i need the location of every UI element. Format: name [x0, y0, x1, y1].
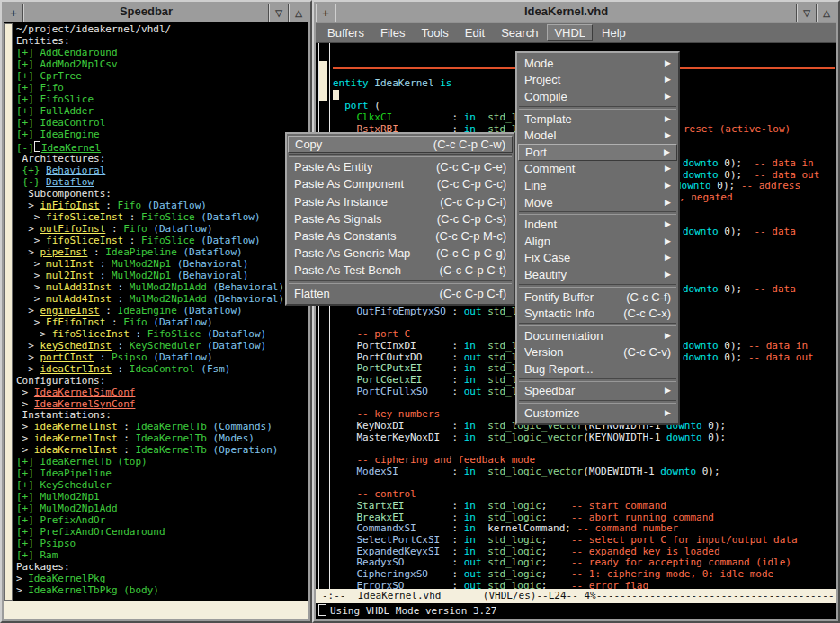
text-segment: [+] IdeaControl	[16, 117, 105, 129]
menu-item-project[interactable]: Project▶	[518, 72, 677, 89]
text-segment	[333, 488, 357, 500]
speedbar-line[interactable]: [-]IdeaKernel	[16, 141, 308, 155]
menu-item-line[interactable]: Line▶	[518, 177, 677, 194]
text-segment: -- start command	[571, 500, 666, 512]
menu-separator	[519, 400, 676, 404]
text-segment: IdeaEngine	[118, 305, 177, 316]
menubar-files[interactable]: Files	[373, 24, 412, 41]
text-segment	[333, 546, 357, 557]
text-segment: 0);	[702, 420, 727, 432]
iconify-icon: ▽	[803, 9, 810, 18]
menu-item-fix-case[interactable]: Fix Case▶	[518, 250, 677, 267]
text-segment: (Modes)	[213, 432, 255, 444]
submenu-item-paste-as-entity[interactable]: Paste As Entity(C-c C-p C-e)	[288, 158, 513, 175]
speedbar-line[interactable]: [+] Psipso	[16, 538, 308, 550]
text-segment: :	[404, 500, 463, 512]
menu-item-indent[interactable]: Indent▶	[518, 216, 677, 233]
menubar-buffers[interactable]: Buffers	[320, 24, 371, 41]
submenu-item-paste-as-signals[interactable]: Paste As Signals(C-c C-p C-s)	[288, 210, 513, 227]
text-segment: (Dataflow)	[201, 211, 260, 223]
code-line: SelectPortCxSI : in std_logic; -- select…	[333, 535, 798, 546]
submenu-item-copy[interactable]: Copy(C-c C-p C-w)	[288, 136, 513, 153]
text-segment: in	[464, 111, 476, 123]
menu-item-label: Comment	[524, 162, 656, 175]
text-segment: IdeaControl	[130, 363, 195, 375]
submenu-item-paste-as-instance[interactable]: Paste As Instance(C-c C-p C-i)	[288, 193, 513, 210]
menu-item-version[interactable]: Version(C-c C-v)	[518, 344, 677, 361]
menu-item-label: Version	[524, 345, 614, 359]
maximize-button[interactable]: △	[817, 4, 836, 22]
text-segment: (	[369, 100, 380, 111]
text-segment: MulMod2Np1	[112, 270, 171, 281]
text-segment: CommandxSI	[357, 522, 416, 534]
menubar-tools[interactable]: Tools	[414, 24, 455, 41]
menubar-search[interactable]: Search	[494, 24, 545, 41]
menu-item-template[interactable]: Template▶	[518, 111, 677, 128]
submenu-item-paste-as-test-bench[interactable]: Paste As Test Bench(C-c C-p C-t)	[288, 262, 513, 279]
submenu-arrow-icon: ▶	[665, 131, 671, 139]
text-segment: in	[464, 432, 476, 443]
submenu-arrow-icon: ▶	[665, 387, 671, 395]
text-segment	[476, 420, 487, 432]
speedbar-line[interactable]: > IdeaKernelTbPkg (body)	[16, 585, 308, 597]
menu-item-speedbar[interactable]: Speedbar▶	[518, 383, 677, 400]
menu-item-label: Move	[524, 196, 656, 209]
text-segment: is	[434, 77, 452, 89]
speedbar-scroll-left[interactable]: <<	[8, 619, 20, 623]
menubar-help[interactable]: Help	[594, 24, 633, 41]
iconify-button[interactable]: ▽	[797, 4, 817, 22]
menu-item-comment[interactable]: Comment▶	[518, 161, 677, 178]
window-menu-button[interactable]: +	[4, 4, 23, 22]
text-segment: in	[464, 546, 476, 557]
text-segment: FifoSlice	[147, 328, 201, 340]
menubar-vhdl[interactable]: VHDL	[547, 24, 593, 41]
menu-item-label: Compile	[524, 90, 656, 103]
menubar-edit[interactable]: Edit	[458, 24, 492, 41]
menu-item-documentation[interactable]: Documentation▶	[518, 327, 677, 344]
window-menu-button[interactable]: +	[316, 4, 335, 22]
text-segment: -- data out	[755, 169, 820, 181]
menu-item-compile[interactable]: Compile▶	[518, 88, 677, 105]
menu-item-model[interactable]: Model▶	[518, 127, 677, 144]
speedbar-content[interactable]: ~/project/ideakernel/vhdl/Entities:[+] A…	[4, 22, 308, 601]
menu-separator	[519, 211, 676, 215]
iconify-button[interactable]: ▽	[269, 4, 289, 22]
maximize-button[interactable]: △	[289, 4, 308, 22]
menu-item-beautify[interactable]: Beautify▶	[518, 266, 677, 283]
editor-titlebar[interactable]: + IdeaKernel.vhd ▽ △	[316, 4, 836, 22]
menu-item-customize[interactable]: Customize▶	[518, 405, 677, 422]
menu-item-label: Documentation	[524, 329, 656, 343]
menu-item-bug-report[interactable]: Bug Report...	[518, 360, 677, 378]
text-segment: BreakxEI	[357, 512, 405, 523]
speedbar-line[interactable]: [+] IdeaEngine	[16, 129, 308, 141]
code-line: downto 0); -- data out	[683, 352, 814, 363]
text-segment: std_logic	[487, 568, 541, 580]
menu-item-mode[interactable]: Mode▶	[518, 55, 677, 72]
text-segment	[207, 432, 213, 444]
submenu-item-paste-as-generic-map[interactable]: Paste As Generic Map(C-c C-p C-g)	[288, 245, 513, 262]
menu-item-move[interactable]: Move▶	[518, 194, 677, 211]
menu-item-label: Template	[524, 112, 656, 126]
text-segment: std_logic	[487, 556, 541, 568]
text-segment: {+}	[22, 165, 47, 176]
text-cursor	[333, 90, 339, 100]
submenu-item-paste-as-component[interactable]: Paste As Component(C-c C-p C-c)	[288, 175, 513, 192]
text-segment: [+] IdeaEngine	[16, 129, 100, 140]
text-segment: in	[464, 374, 476, 386]
speedbar-titlebar[interactable]: + Speedbar ▽ △	[4, 4, 308, 22]
menu-item-label: Speedbar	[524, 384, 656, 397]
text-segment: [+] MulMod2Np1Add	[16, 503, 118, 514]
menu-item-port[interactable]: Port▶	[518, 144, 677, 161]
text-segment: out	[464, 580, 482, 589]
menu-item-syntactic-info[interactable]: Syntactic Info(C-c C-x)	[518, 305, 677, 322]
text-segment: downto	[683, 283, 719, 295]
speedbar-scrollbar[interactable]	[4, 23, 13, 601]
submenu-item-flatten[interactable]: Flatten(C-c C-p C-f)	[288, 285, 513, 302]
menu-item-keybinding: (C-c C-p C-e)	[436, 160, 506, 174]
text-segment: -- port C	[357, 328, 411, 340]
submenu-item-paste-as-constants[interactable]: Paste As Constants(C-c C-p M-c)	[288, 227, 513, 245]
menu-item-fontify-buffer[interactable]: Fontify Buffer(C-c C-f)	[518, 289, 677, 306]
menu-item-align[interactable]: Align▶	[518, 233, 677, 250]
code-line: -- port C	[333, 329, 410, 340]
text-segment: in	[464, 522, 476, 534]
